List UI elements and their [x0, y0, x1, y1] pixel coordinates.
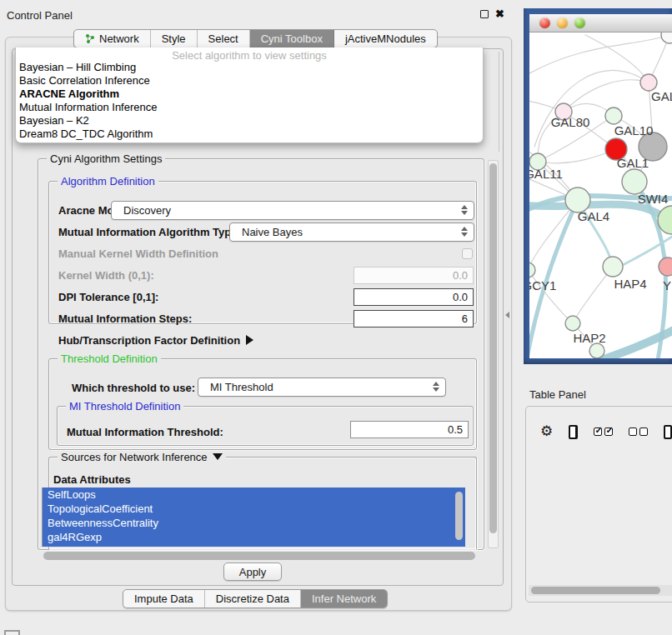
tab-style[interactable]: Style: [151, 30, 198, 48]
algorithm-option[interactable]: Bayesian – Hill Climbing: [16, 61, 483, 74]
select-all-columns-icon[interactable]: [594, 428, 613, 436]
tab-label: Style: [162, 32, 186, 45]
hub-definition-toggle[interactable]: Hub/Transcription Factor Definition: [58, 334, 253, 347]
tab-label: Cyni Toolbox: [261, 32, 323, 45]
panel-resize-arrow[interactable]: [505, 312, 509, 318]
control-panel-tab-bar: NetworkStyleSelectCyni ToolboxjActiveMNo…: [73, 29, 438, 48]
data-attributes-list[interactable]: SelfLoopsTopologicalCoefficientBetweenne…: [42, 488, 465, 547]
split-columns-icon[interactable]: [569, 425, 578, 439]
network-node-gal10[interactable]: [605, 108, 622, 124]
node-label: Y: [663, 278, 671, 292]
attribute-item[interactable]: TopologicalCoefficient: [43, 502, 465, 516]
algorithm-definition-title: Algorithm Definition: [58, 175, 158, 188]
collapse-down-icon: [213, 453, 223, 460]
spinner-up-icon: [461, 227, 468, 231]
table-toolbar: ⚙: [540, 422, 672, 442]
gear-icon[interactable]: ⚙: [540, 423, 553, 440]
hub-definition-label: Hub/Transcription Factor Definition: [58, 334, 240, 347]
threshold-definition-title: Threshold Definition: [58, 352, 161, 365]
tab-discretize-data[interactable]: Discretize Data: [205, 590, 301, 608]
kernel-width-label: Kernel Width (0,1):: [58, 269, 154, 282]
tab-infer-network[interactable]: Infer Network: [301, 590, 387, 608]
dpi-tolerance-field[interactable]: 0.0: [354, 288, 474, 306]
network-edge[interactable]: [529, 35, 669, 77]
network-node-y[interactable]: [659, 258, 672, 276]
network-node-swi4[interactable]: [622, 169, 647, 194]
algorithm-option[interactable]: ARACNE Algorithm: [16, 88, 483, 101]
data-attributes-label: Data Attributes: [53, 473, 131, 486]
network-window-titlebar[interactable]: [529, 14, 672, 32]
spinner-up-icon: [461, 205, 468, 209]
node-label: GAL10: [614, 123, 654, 138]
tab-jactivemnodules[interactable]: jActiveMNodules: [334, 30, 437, 48]
mi-type-value: Naive Bayes: [242, 226, 303, 238]
node-label: GAL4: [578, 209, 609, 223]
node-table[interactable]: shared...nameAYDL19...YDL19...13YDR27...…: [529, 448, 672, 585]
dpi-tolerance-label: DPI Tolerance [0,1]:: [58, 291, 158, 303]
aracne-mode-select[interactable]: Discovery: [111, 201, 474, 220]
network-edge[interactable]: [564, 80, 649, 112]
deselect-all-columns-icon[interactable]: [629, 428, 648, 436]
algorithm-option[interactable]: Bayesian – K2: [16, 114, 483, 128]
network-node[interactable]: [640, 74, 657, 91]
new-table-icon[interactable]: [664, 425, 672, 439]
dropdown-prompt: Select algorithm to view settings: [16, 48, 483, 61]
which-threshold-value: MI Threshold: [210, 381, 273, 393]
close-icon[interactable]: ✖: [495, 10, 504, 18]
cyni-bottom-tab-bar: Impute DataDiscretize DataInfer Network: [123, 589, 388, 608]
mi-threshold-field[interactable]: 0.5: [350, 421, 469, 438]
network-node[interactable]: [589, 343, 604, 358]
tab-cyni-toolbox[interactable]: Cyni Toolbox: [250, 30, 334, 48]
attribute-item[interactable]: BetweennessCentrality: [43, 516, 465, 530]
manual-kernel-checkbox[interactable]: [462, 248, 473, 259]
mac-close-icon[interactable]: [539, 18, 550, 28]
hidden-groupbox-edge: [499, 52, 499, 152]
network-node-hap4[interactable]: [603, 257, 623, 277]
kernel-width-field[interactable]: 0.0: [354, 267, 474, 284]
network-icon: [85, 33, 95, 44]
mi-type-select[interactable]: Naive Bayes: [229, 222, 474, 242]
network-node[interactable]: [661, 32, 672, 43]
settings-horizontal-scroll-thumb[interactable]: [43, 552, 475, 560]
mi-type-label: Mutual Information Algorithm Type:: [58, 226, 241, 238]
network-canvas[interactable]: GALGAL80GAL10GAL1GAL11SWI4GAL4GCY1HAP4YH…: [529, 32, 672, 358]
settings-group-title: Cyni Algorithm Settings: [47, 152, 165, 165]
which-threshold-label: Which threshold to use:: [72, 382, 195, 394]
attribute-item[interactable]: gal4RGexp: [43, 530, 465, 544]
table-horizontal-scroll-thumb[interactable]: [531, 587, 660, 594]
attribute-list-scroll-thumb[interactable]: [455, 492, 463, 540]
tab-label: Network: [99, 32, 139, 45]
table-horizontal-scrollbar[interactable]: [529, 585, 672, 596]
spinner-down-icon: [433, 388, 439, 392]
node-label: SWI4: [638, 192, 669, 206]
algorithm-option[interactable]: Mutual Information Inference: [16, 101, 483, 114]
tab-label: Select: [208, 32, 238, 45]
network-node-gcy1[interactable]: [529, 262, 535, 278]
sources-group-toggle[interactable]: Sources for Network Inference: [58, 451, 226, 463]
which-threshold-select[interactable]: MI Threshold: [198, 378, 446, 397]
algorithm-dropdown-popup: Select algorithm to view settings Bayesi…: [15, 48, 484, 143]
dock-panel-icon[interactable]: [4, 630, 20, 635]
node-label: GAL: [651, 89, 672, 103]
sources-group-title: Sources for Network Inference: [61, 451, 208, 463]
settings-vertical-scroll-thumb[interactable]: [489, 163, 497, 533]
mac-zoom-icon[interactable]: [574, 18, 585, 28]
tab-select[interactable]: Select: [198, 30, 250, 48]
algorithm-option[interactable]: Dream8 DC_TDC Algorithm: [16, 128, 483, 141]
node-label: HAP4: [614, 277, 646, 291]
tab-network[interactable]: Network: [74, 30, 151, 48]
node-label: GAL1: [617, 156, 649, 170]
tab-impute-data[interactable]: Impute Data: [123, 590, 205, 608]
apply-button[interactable]: Apply: [223, 562, 282, 581]
algorithm-option[interactable]: Basic Correlation Inference: [16, 74, 483, 88]
mac-minimize-icon[interactable]: [557, 18, 568, 28]
attribute-item[interactable]: SelfLoops: [43, 488, 465, 502]
tab-label: Impute Data: [134, 592, 193, 605]
float-window-icon[interactable]: [480, 10, 489, 18]
network-node-hap2[interactable]: [565, 316, 580, 331]
mi-steps-label: Mutual Information Steps:: [58, 312, 192, 325]
expand-right-icon: [246, 335, 253, 345]
tab-label: Discretize Data: [216, 592, 289, 605]
mi-steps-field[interactable]: 6: [354, 310, 474, 328]
network-view-window: GALGAL80GAL10GAL1GAL11SWI4GAL4GCY1HAP4YH…: [524, 8, 672, 364]
